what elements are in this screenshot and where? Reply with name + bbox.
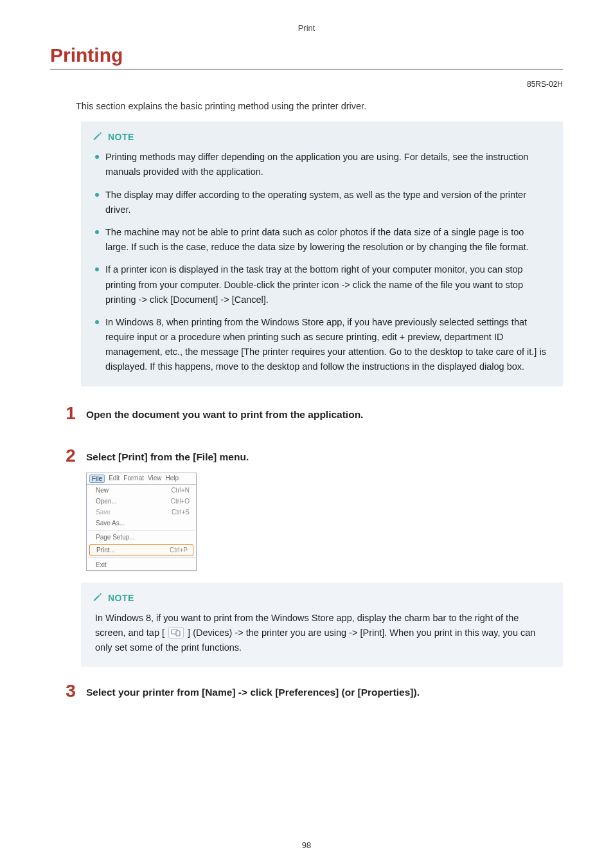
menu-item-print-highlighted: Print... Ctrl+P: [89, 544, 193, 556]
menu-bar: File Edit Format View Help: [87, 473, 196, 485]
page-title: Printing: [50, 44, 563, 69]
document-code: 85RS-02H: [50, 80, 563, 89]
menu-bar-item: Edit: [109, 475, 120, 483]
menu-bar-item: Help: [166, 475, 179, 483]
menu-item-new: New Ctrl+N: [87, 485, 196, 496]
note-item: If a printer icon is displayed in the ta…: [95, 262, 547, 307]
pencil-icon: [93, 592, 103, 604]
step-number: 3: [63, 682, 78, 700]
step-3: 3 Select your printer from [Name] -> cli…: [63, 683, 563, 701]
file-menu-screenshot: File Edit Format View Help New Ctrl+N Op…: [86, 473, 197, 571]
step-text: Open the document you want to print from…: [86, 406, 363, 422]
note2-body: In Windows 8, if you want to print from …: [93, 611, 551, 656]
note-box-step2: NOTE In Windows 8, if you want to print …: [81, 583, 563, 667]
note-item: The display may differ according to the …: [95, 188, 547, 217]
step-1: 1 Open the document you want to print fr…: [63, 406, 563, 424]
pencil-icon: [93, 131, 103, 143]
note-label: NOTE: [108, 593, 134, 603]
menu-separator: [88, 557, 195, 558]
menu-item-open: Open... Ctrl+O: [87, 496, 196, 507]
step-text: Select [Print] from the [File] menu.: [86, 448, 249, 464]
menu-item-pagesetup: Page Setup...: [87, 532, 196, 543]
note-item: In Windows 8, when printing from the Win…: [95, 315, 547, 375]
step-text: Select your printer from [Name] -> click…: [86, 683, 420, 700]
svg-rect-1: [176, 631, 180, 636]
menu-item-saveas: Save As...: [87, 518, 196, 529]
note-item: Printing methods may differ depending on…: [95, 150, 547, 179]
step-number: 2: [63, 447, 78, 465]
menu-separator: [88, 530, 195, 530]
page-number: 98: [0, 840, 613, 850]
step-number: 1: [63, 404, 78, 422]
note-label: NOTE: [108, 132, 134, 142]
menu-item-exit: Exit: [87, 559, 196, 570]
note-item: The machine may not be able to print dat…: [95, 225, 547, 255]
step-2: 2 Select [Print] from the [File] menu.: [63, 448, 563, 466]
menu-bar-item-file: File: [89, 475, 105, 483]
menu-item-save: Save Ctrl+S: [87, 507, 196, 518]
menu-bar-item: View: [148, 475, 162, 483]
menu-bar-item: Format: [123, 475, 144, 483]
devices-icon: [168, 627, 184, 638]
intro-paragraph: This section explains the basic printing…: [76, 99, 563, 114]
breadcrumb: Print: [50, 19, 563, 44]
note-box-main: NOTE Printing methods may differ dependi…: [81, 122, 563, 386]
